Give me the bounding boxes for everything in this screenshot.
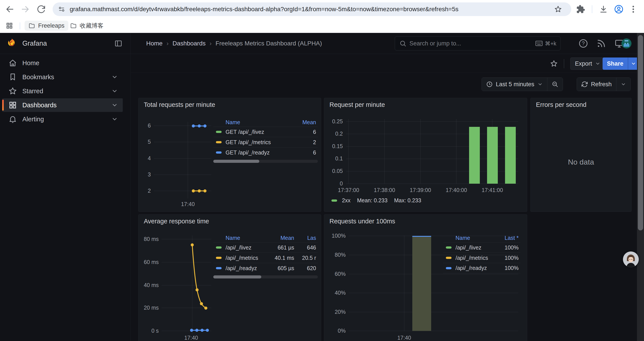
series-metrics-points	[192, 189, 206, 192]
search-input[interactable]: Search or jump to... ⌘+k	[395, 37, 560, 51]
export-button[interactable]: Export	[570, 58, 605, 70]
panel-request-per-minute[interactable]: Request per minute 0.25 0.2 0.15 0.1 0.0…	[324, 98, 527, 212]
x-axis-tick: 17:40	[398, 335, 411, 341]
legend-col-name[interactable]: Name	[213, 235, 263, 241]
reload-icon[interactable]	[36, 5, 46, 14]
active-indicator	[2, 100, 4, 111]
svg-text:3: 3	[148, 171, 151, 178]
sidebar-item-home[interactable]: Home	[2, 56, 123, 70]
dock-sidebar-icon[interactable]	[114, 39, 122, 48]
no-data-message: No data	[531, 158, 631, 166]
downloads-icon[interactable]	[599, 5, 608, 14]
x-axis-tick: 17:40	[184, 335, 198, 341]
user-avatar[interactable]	[622, 38, 632, 49]
legend-header: Name Mean	[213, 118, 318, 127]
bars-2xx	[469, 127, 516, 184]
legend-row[interactable]: /api/_/readyz 100%	[443, 263, 520, 273]
svg-text:60%: 60%	[335, 271, 346, 277]
legend-col-last[interactable]: Las	[296, 235, 318, 241]
legend-row[interactable]: /api/_/livez 661 µs 646	[213, 242, 318, 253]
legend-row[interactable]: /api/_/metrics 100%	[443, 253, 520, 263]
menu-kebab-icon[interactable]	[629, 5, 638, 14]
svg-text:0.25: 0.25	[332, 118, 343, 124]
assistant-avatar[interactable]	[623, 251, 639, 267]
chevron-down-icon[interactable]	[111, 88, 118, 94]
sidebar-item-bookmarks[interactable]: Bookmarks	[2, 70, 123, 84]
news-rss-icon[interactable]	[596, 39, 606, 48]
svg-text:60 ms: 60 ms	[144, 259, 159, 265]
series-swatch	[216, 141, 222, 143]
bookmark-star-icon[interactable]	[554, 5, 562, 13]
favorite-star-icon[interactable]	[550, 60, 558, 68]
bookmark-folder-blogs[interactable]: 收藏博客	[66, 21, 108, 31]
grafana-logo-icon[interactable]	[6, 38, 18, 49]
legend-scrollbar[interactable]	[213, 275, 318, 278]
legend-col-mean[interactable]: Mean	[292, 119, 318, 126]
help-icon[interactable]: ?	[578, 39, 588, 48]
chevron-down-icon[interactable]	[111, 74, 118, 80]
refresh-interval-button[interactable]	[616, 78, 630, 91]
sidebar-item-label: Home	[22, 60, 123, 67]
keyboard-icon	[535, 41, 543, 46]
bookmark-label: 收藏博客	[80, 22, 104, 30]
share-button[interactable]: Share	[602, 58, 628, 70]
zoom-out-button[interactable]	[547, 78, 563, 91]
legend-row[interactable]: GET /api/_/metrics 2	[213, 137, 318, 147]
legend-col-mean[interactable]: Mean	[263, 235, 296, 241]
breadcrumb-home[interactable]: Home	[146, 40, 163, 47]
page-scrollbar[interactable]	[637, 33, 644, 341]
site-settings-icon[interactable]	[58, 6, 65, 13]
legend-header: Name Mean Las	[213, 233, 318, 242]
svg-text:100%: 100%	[332, 233, 346, 239]
sidebar-item-alerting[interactable]: Alerting	[2, 112, 123, 126]
series-swatch	[216, 267, 222, 269]
legend-row[interactable]: GET /api/_/livez 6	[213, 127, 318, 137]
bookmark-folder-freeleaps[interactable]: Freeleaps	[24, 21, 68, 31]
gridlines	[162, 235, 211, 334]
refresh-button[interactable]: Refresh	[577, 78, 616, 91]
sidebar: Home Bookmarks Starred Dashboards	[0, 54, 131, 341]
breadcrumb-dashboards[interactable]: Dashboards	[172, 40, 206, 47]
sidebar-item-starred[interactable]: Starred	[2, 84, 123, 98]
profile-icon[interactable]	[614, 5, 624, 14]
browser-toolbar: grafana.mathmast.com/d/deytv4rwavabkb/fr…	[0, 0, 644, 19]
legend-max: Max: 0.233	[394, 197, 421, 204]
legend-row[interactable]: /api/_/readyz 605 µs 620	[213, 263, 318, 273]
back-icon[interactable]	[5, 5, 14, 14]
address-bar[interactable]: grafana.mathmast.com/d/deytv4rwavabkb/fr…	[52, 3, 571, 16]
scrollbar-thumb[interactable]	[638, 35, 643, 230]
panel-requests-under-100ms[interactable]: Requests under 100ms 100% 80% 60% 40% 20…	[324, 214, 527, 341]
series-readyz-points	[192, 124, 206, 128]
forward-icon[interactable]	[20, 5, 30, 14]
chevron-down-icon	[631, 61, 636, 66]
svg-text:?: ?	[582, 40, 584, 46]
panel-errors-per-second[interactable]: Errors per second No data	[530, 98, 632, 212]
sidebar-item-label: Dashboards	[22, 102, 111, 109]
legend-row-2xx[interactable]: 2xx Mean: 0.233 Max: 0.233	[332, 197, 520, 204]
legend-scrollbar[interactable]	[213, 160, 318, 163]
svg-text:0.2: 0.2	[335, 131, 343, 137]
svg-text:0.15: 0.15	[332, 143, 343, 149]
legend-col-name[interactable]: Name	[443, 235, 494, 241]
legend-row[interactable]: GET /api/_/readyz 6	[213, 147, 318, 158]
chevron-down-icon[interactable]	[111, 102, 118, 108]
panel-average-response-time[interactable]: Average response time 80 ms 60 ms 40 ms …	[138, 214, 321, 341]
y-axis-ticks: 100% 80% 60% 40% 20% 0%	[332, 233, 346, 334]
legend-row[interactable]: /api/_/metrics 40.1 ms 20.5 r	[213, 253, 318, 263]
gridlines	[154, 122, 211, 199]
extensions-icon[interactable]	[576, 5, 585, 14]
apps-grid-icon[interactable]	[6, 22, 13, 30]
legend-col-name[interactable]: Name	[213, 119, 292, 126]
legend-row[interactable]: /api/_/livez 100%	[443, 242, 520, 253]
grafana-header: Grafana Home › Dashboards › Freeleaps Me…	[0, 33, 644, 54]
svg-text:17:39:00: 17:39:00	[410, 187, 431, 193]
sidebar-item-dashboards[interactable]: Dashboards	[2, 98, 123, 112]
time-controls-row: Last 5 minutes Refresh	[131, 73, 644, 95]
panel-total-requests-per-minute[interactable]: Total requests per minute 6 5 4 3 2 17:4…	[138, 98, 321, 212]
chevron-down-icon[interactable]	[111, 116, 118, 122]
legend-series-name[interactable]: 2xx	[342, 197, 350, 204]
url-text: grafana.mathmast.com/d/deytv4rwavabkb/fr…	[70, 6, 458, 13]
legend-col-last[interactable]: Last *	[494, 235, 520, 241]
time-range-picker[interactable]: Last 5 minutes	[482, 78, 547, 91]
svg-text:6: 6	[148, 122, 151, 129]
